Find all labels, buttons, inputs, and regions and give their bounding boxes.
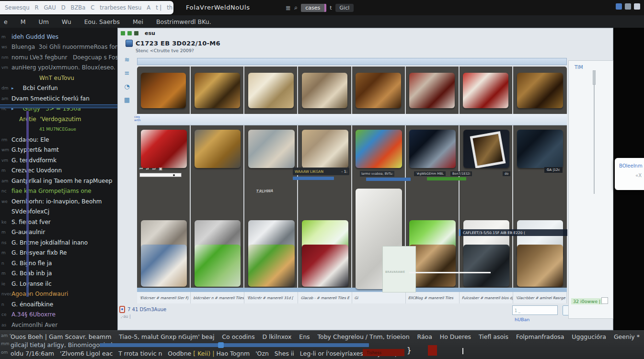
line-text: G. énoaifbkine: [12, 301, 53, 308]
photo-thumbnail[interactable]: [141, 130, 187, 168]
toolbar-item[interactable]: Sewesqu: [5, 4, 29, 11]
sidebar-line[interactable]: n G. Bigno fle ja: [0, 258, 117, 269]
menu-item[interactable]: Um: [39, 18, 49, 25]
photo-thumbnail[interactable]: [517, 73, 563, 108]
photo-thumbnail[interactable]: [409, 73, 455, 108]
toolbar-item[interactable]: t |: [156, 4, 161, 11]
photo-thumbnail[interactable]: [195, 245, 241, 287]
tool-strip-icon[interactable]: ≡: [125, 69, 130, 77]
sidebar-line[interactable]: ke S. fieroat fver: [0, 217, 117, 227]
toolbar-item[interactable]: GAU: [44, 4, 56, 11]
system-tray: [616, 3, 640, 10]
search-go-button[interactable]: Gicl: [335, 4, 354, 12]
toolbar-item[interactable]: R: [34, 4, 38, 11]
sidebar-line[interactable]: rm Ccdaeou: Ele: [0, 135, 117, 145]
photo-thumbnail[interactable]: [463, 130, 509, 168]
photo-thumbnail[interactable]: [356, 73, 401, 108]
sidebar-line[interactable]: we Oernborhn: io-Inavpion, Beohm: [0, 196, 117, 207]
photo-thumbnail[interactable]: [141, 73, 186, 108]
search-icon[interactable]: ⌕: [294, 4, 298, 11]
sidebar-line[interactable]: m G. Boab inb ja: [0, 269, 117, 279]
photo-thumbnail[interactable]: [463, 73, 508, 108]
toolbar-item[interactable]: D: [61, 4, 66, 11]
tool-strip-icon[interactable]: ▦: [124, 96, 130, 103]
sidebar-line[interactable]: Aretie 'Verdogazutim: [0, 114, 117, 124]
tray-volume-icon[interactable]: [625, 3, 631, 10]
toolbar-item[interactable]: BZBa: [71, 4, 86, 11]
status-link[interactable]: hUBan: [515, 317, 529, 322]
floating-toolbar[interactable]: SewesquRGAUDBZBaCtrarbeses NesuAt |thS: [0, 1, 173, 14]
sidebar-line[interactable]: m Crezvec Uovdonn: [0, 166, 117, 176]
sidebar-line[interactable]: SVdeofolexCj: [0, 207, 117, 217]
menu-item[interactable]: Bostrimwerdl BKu.: [156, 18, 211, 25]
sidebar-line[interactable]: as Avcimonlhi Aver: [0, 320, 117, 330]
photo-thumbnail[interactable]: [409, 130, 455, 168]
detail-view-icon[interactable]: [134, 31, 138, 35]
photo-thumbnail[interactable]: [302, 73, 347, 108]
sidebar-line[interactable]: m G-aueaulnir: [0, 227, 117, 238]
toolbar-item[interactable]: C: [91, 4, 94, 11]
video-controls[interactable]: ⏮ ⏯ ⏭ ▣: [139, 167, 182, 177]
sidebar-line[interactable]: dm ▸ Bcbi Cerifun: [0, 83, 117, 94]
scrollbar-track[interactable]: [594, 70, 595, 194]
sidebar-line[interactable]: m G. Bresyear fixb Re: [0, 248, 117, 258]
search-input[interactable]: cases: [301, 4, 326, 12]
grid-view-icon[interactable]: [121, 31, 125, 35]
code-sidebar[interactable]: m ideh Guddd Wes ws Bluenga 3oi Ghli nuo…: [0, 28, 117, 330]
sidebar-selection-strip[interactable]: [0, 104, 117, 108]
menu-lines-icon[interactable]: ≣: [286, 4, 291, 11]
sidebar-line[interactable]: vm aunHerg ypoUxmmuon. Bloux(eseo. Im: [0, 63, 117, 73]
clip-control-bar[interactable]: WAAAW LIKGAN - 1:: [293, 168, 349, 175]
photo-thumbnail[interactable]: [195, 130, 241, 168]
menu-item[interactable]: e: [4, 18, 8, 25]
line-gutter: m: [0, 168, 12, 173]
toolbar-item[interactable]: trarbeses Nesu: [100, 4, 141, 11]
photo-thumbnail[interactable]: [302, 245, 348, 287]
menu-item[interactable]: M: [21, 18, 26, 25]
sidebar-line[interactable]: m ideh Guddd Wes: [0, 32, 117, 42]
sidebar-line[interactable]: ns G. Bntme jokdíalfnal inano: [0, 237, 117, 248]
photo-thumbnail[interactable]: [517, 130, 563, 168]
download-count-label[interactable]: 32 i0owwe |: [571, 298, 602, 304]
photo-thumbnail[interactable]: [248, 245, 294, 287]
tool-strip-icon[interactable]: ≋: [125, 56, 130, 63]
sidebar-line[interactable]: WnT euTovu: [0, 73, 117, 83]
toolbar-item[interactable]: th: [167, 4, 172, 11]
sidebar-line[interactable]: vm G. tendvdformk: [0, 155, 117, 166]
sidebar-line[interactable]: ce A.34§ 6Uboxrre: [0, 310, 117, 320]
sidebar-line[interactable]: nc fiae kma Grompetjiams one: [0, 186, 117, 197]
photo-thumbnail[interactable]: [302, 130, 348, 168]
tray-network-icon[interactable]: [616, 3, 622, 10]
photo-thumbnail[interactable]: [409, 245, 455, 287]
photo-thumbnail[interactable]: [517, 245, 563, 287]
filename-input[interactable]: 1 _: [512, 305, 558, 315]
terminal-panel[interactable]: am * Ouos Boeh | Gam Scoavr. beamm Tiao-…: [0, 330, 644, 359]
sidebar-line[interactable]: ws Bluenga 3oi Ghli nuoormmeRoas fonoev: [0, 42, 117, 53]
sidebar-line[interactable]: n G. énoaifbkine: [0, 299, 117, 310]
photo-thumbnail[interactable]: [356, 130, 402, 168]
sidebar-line[interactable]: am Gantprlkal ing Taeom he rapMueep: [0, 176, 117, 186]
sidebar-line[interactable]: nvece Agoaon Oomdwauri: [0, 289, 117, 300]
sidebar-line[interactable]: ie G. Loyanse ilc: [0, 279, 117, 289]
notification-toast[interactable]: BOleeInm «X: [615, 158, 644, 190]
tray-clock-icon[interactable]: [634, 3, 640, 10]
seek-bar[interactable]: [139, 173, 182, 177]
sidebar-line[interactable]: nm nomu LVe3 fegbunr Doegcuap s Fos: [0, 52, 117, 63]
photo-thumbnail[interactable]: [463, 245, 509, 287]
tool-strip-icon[interactable]: ◔: [124, 83, 129, 90]
sidebar-line[interactable]: am Dvam 5meetiicic foerlú fan: [0, 93, 117, 104]
photo-thumbnail[interactable]: [141, 245, 187, 287]
sidebar-line[interactable]: wm G.typtert& hamt: [0, 145, 117, 156]
sidebar-line[interactable]: 41 MU7NCEGaue: [0, 124, 117, 135]
photo-thumbnail[interactable]: [248, 130, 294, 168]
photo-thumbnail[interactable]: [248, 73, 294, 108]
menu-item[interactable]: Eou. Saerbs: [84, 18, 120, 25]
panel-checkbox[interactable]: [601, 297, 608, 304]
menu-item[interactable]: Wu: [62, 18, 71, 25]
toast-dismiss[interactable]: «X: [619, 173, 642, 178]
menu-item[interactable]: Mei: [133, 18, 143, 25]
list-view-icon[interactable]: [127, 31, 132, 35]
playback-icons[interactable]: ⏮ ⏯ ⏭ ▣: [139, 167, 182, 171]
toolbar-item[interactable]: A: [147, 4, 150, 11]
photo-thumbnail[interactable]: [195, 73, 240, 108]
